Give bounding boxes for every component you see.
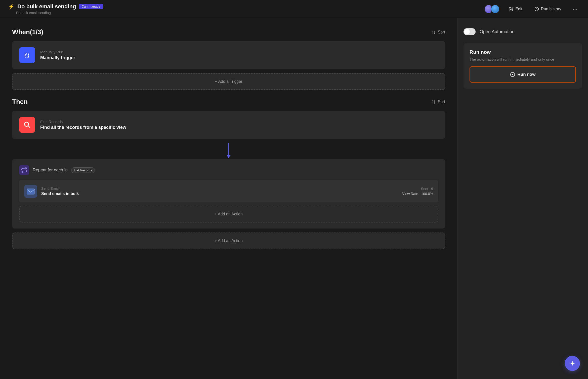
email-icon: [26, 187, 35, 196]
run-now-button-label: Run now: [518, 72, 536, 77]
add-action-outer-label: + Add an Action: [215, 239, 243, 243]
find-records-icon-bg: [19, 117, 35, 133]
add-trigger-label: + Add a Trigger: [215, 79, 242, 84]
view-rate-label: View Rate: [402, 192, 418, 196]
avatar-group: [484, 5, 500, 14]
header-left: ⚡ Do bulk email sending Can manage Do bu…: [8, 3, 103, 15]
run-now-description: The automation will run immediately and …: [470, 57, 576, 61]
repeat-prefix: Repeat for each in: [33, 168, 68, 172]
when-title: When(1/3): [12, 28, 43, 36]
right-panel: Open Automation Run now The automation w…: [457, 18, 588, 379]
toggle-label: Open Automation: [480, 29, 515, 34]
then-sort-label: Sort: [438, 100, 445, 104]
send-email-icon-bg: [24, 185, 37, 198]
edit-button[interactable]: Edit: [506, 5, 525, 13]
find-records-card[interactable]: Find Records Find all the records from a…: [12, 111, 445, 139]
find-records-label: Find Records: [40, 120, 438, 124]
svg-marker-10: [512, 74, 513, 75]
add-action-inner-button[interactable]: + Add an Action: [19, 206, 438, 222]
header-subtitle: Do bulk email sending: [8, 11, 103, 15]
more-options-button[interactable]: ···: [570, 4, 580, 14]
fab-button[interactable]: ✦: [565, 356, 580, 371]
svg-line-7: [28, 126, 30, 128]
open-automation-toggle[interactable]: [464, 28, 476, 35]
manually-run-icon-bg: [19, 47, 35, 63]
repeat-label: Repeat for each in List Records: [33, 168, 95, 173]
sent-count: Sent 9: [402, 187, 433, 191]
header-title-row: ⚡ Do bulk email sending Can manage: [8, 3, 103, 10]
toggle-row: Open Automation: [464, 24, 582, 39]
manually-run-text: Manually Run Manually trigger: [40, 50, 438, 60]
find-records-text: Find Records Find all the records from a…: [40, 120, 438, 130]
header-right: Edit Run history ···: [484, 4, 580, 14]
run-history-button[interactable]: Run history: [531, 5, 564, 13]
run-history-label: Run history: [541, 7, 561, 11]
fab-icon: ✦: [570, 359, 575, 368]
clock-icon: [534, 7, 539, 11]
view-rate: View Rate 100.0%: [402, 192, 433, 196]
run-now-title: Run now: [470, 49, 576, 55]
send-email-stats: Sent 9 View Rate 100.0%: [402, 187, 433, 196]
manually-run-label: Manually Run: [40, 50, 438, 54]
when-sort-label: Sort: [438, 30, 445, 34]
sort-icon-2: [431, 100, 436, 104]
when-sort-button[interactable]: Sort: [431, 30, 445, 34]
repeat-card[interactable]: Repeat for each in List Records Send Ema…: [12, 159, 445, 229]
page-title: Do bulk email sending: [17, 3, 76, 10]
manually-run-card[interactable]: Manually Run Manually trigger: [12, 41, 445, 69]
sent-label: Sent: [421, 187, 428, 191]
main-layout: When(1/3) Sort Manually Run Manual: [0, 18, 588, 379]
add-trigger-button[interactable]: + Add a Trigger: [12, 73, 445, 90]
then-section-header: Then Sort: [12, 98, 445, 106]
when-section-header: When(1/3) Sort: [12, 28, 445, 36]
add-action-inner-label: + Add an Action: [215, 212, 243, 216]
send-email-label: Send Email: [41, 186, 398, 191]
hand-icon: [22, 50, 32, 60]
find-records-name: Find all the records from a specific vie…: [40, 125, 438, 130]
sent-count-value: 9: [431, 187, 433, 191]
loop-icon: [21, 167, 27, 173]
edit-label: Edit: [515, 7, 522, 11]
add-action-outer-button[interactable]: + Add an Action: [12, 233, 445, 249]
run-now-section: Run now The automation will run immediat…: [464, 43, 582, 89]
repeat-header: Repeat for each in List Records: [19, 165, 438, 175]
play-icon: [510, 72, 515, 77]
list-records-badge: List Records: [71, 167, 95, 173]
send-email-name: Send emails in bulk: [41, 192, 398, 196]
search-icon: [22, 120, 32, 130]
can-manage-badge: Can manage: [79, 4, 103, 9]
avatar: [491, 5, 500, 14]
lightning-icon: ⚡: [8, 4, 14, 10]
send-email-text: Send Email Send emails in bulk: [41, 186, 398, 196]
then-sort-button[interactable]: Sort: [431, 100, 445, 104]
svg-rect-8: [27, 189, 34, 194]
run-now-button[interactable]: Run now: [470, 66, 576, 83]
connector: [12, 143, 445, 158]
header: ⚡ Do bulk email sending Can manage Do bu…: [0, 0, 588, 18]
manually-run-name: Manually trigger: [40, 55, 438, 60]
connector-line: [228, 143, 229, 158]
send-email-card[interactable]: Send Email Send emails in bulk Sent 9 Vi…: [19, 180, 438, 202]
sort-icon: [431, 30, 436, 34]
repeat-icon: [19, 165, 29, 175]
view-rate-value: 100.0%: [421, 192, 433, 196]
then-title: Then: [12, 98, 28, 106]
edit-icon: [509, 7, 513, 11]
left-panel: When(1/3) Sort Manually Run Manual: [0, 18, 457, 379]
